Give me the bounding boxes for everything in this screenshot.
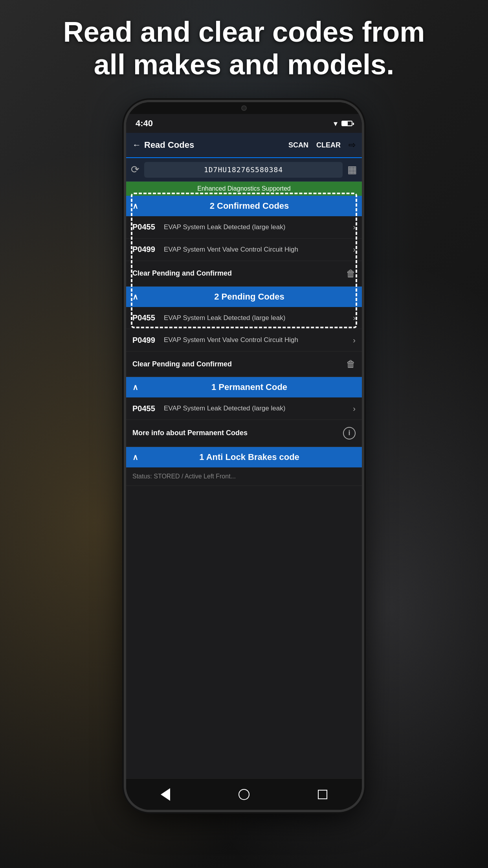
code-desc-p0455-pending: EVAP System Leak Detected (large leak) (164, 313, 350, 323)
recents-square-icon (318, 790, 327, 799)
status-icons: ▾ (334, 119, 352, 128)
pending-codes-header[interactable]: ∧ 2 Pending Codes (126, 287, 362, 307)
code-chevron-p0455-confirmed: › (353, 223, 356, 232)
permanent-code-row-1[interactable]: P0455 EVAP System Leak Detected (large l… (126, 397, 362, 420)
phone-frame: 4:40 ▾ ← Read Codes SCAN CLEAR ⇨ ⟳ (126, 102, 362, 810)
code-chevron-p0455-permanent: › (353, 404, 356, 413)
clear-pending-row[interactable]: Clear Pending and Confirmed 🗑 (126, 351, 362, 377)
abs-chevron-icon: ∧ (132, 452, 138, 462)
permanent-info-row[interactable]: More info about Permanent Codes i (126, 420, 362, 447)
app-header: ← Read Codes SCAN CLEAR ⇨ (126, 133, 362, 158)
confirmed-code-row-1[interactable]: P0455 EVAP System Leak Detected (large l… (126, 216, 362, 239)
abs-partial-text: Status: STORED / Active Left Front... (132, 473, 236, 480)
pending-code-row-1[interactable]: P0455 EVAP System Leak Detected (large l… (126, 307, 362, 329)
code-id-p0455-pending: P0455 (132, 313, 164, 322)
pending-code-row-2[interactable]: P0499 EVAP System Vent Valve Control Cir… (126, 329, 362, 351)
code-desc-p0455-confirmed: EVAP System Leak Detected (large leak) (164, 223, 350, 232)
confirmed-code-row-2[interactable]: P0499 EVAP System Vent Valve Control Cir… (126, 239, 362, 261)
pending-codes-title: 2 Pending Codes (143, 292, 356, 302)
battery-fill (342, 121, 348, 125)
trash-pending-icon[interactable]: 🗑 (346, 359, 356, 370)
clear-confirmed-row[interactable]: Clear Pending and Confirmed 🗑 (126, 261, 362, 287)
permanent-info-label: More info about Permanent Codes (132, 429, 248, 437)
confirmed-codes-title: 2 Confirmed Codes (143, 201, 356, 211)
status-time: 4:40 (136, 118, 153, 129)
abs-code-header[interactable]: ∧ 1 Anti Lock Brakes code (126, 447, 362, 467)
content-area[interactable]: Enhanced Diagnostics Supported ∧ 2 Confi… (126, 182, 362, 778)
phone-camera (241, 105, 247, 111)
abs-partial-row: Status: STORED / Active Left Front... (126, 467, 362, 486)
code-desc-p0499-pending: EVAP System Vent Valve Control Circuit H… (164, 335, 350, 345)
info-circle-icon[interactable]: i (343, 427, 356, 440)
enhanced-diagnostics-banner: Enhanced Diagnostics Supported (126, 182, 362, 196)
home-circle-icon (238, 789, 250, 800)
header-actions: SCAN CLEAR ⇨ (288, 140, 356, 150)
back-arrow-icon: ← (132, 140, 141, 150)
code-chevron-p0455-pending: › (353, 313, 356, 322)
battery-icon (341, 121, 352, 126)
nav-recents-button[interactable] (313, 785, 332, 804)
confirmed-chevron-icon: ∧ (132, 201, 138, 211)
headline-line2: all makes and models. (24, 48, 464, 81)
permanent-code-title: 1 Permanent Code (143, 382, 356, 392)
vin-field[interactable]: 1D7HU18276S580384 (144, 162, 343, 178)
vin-bar: ⟳ 1D7HU18276S580384 ▦ (126, 158, 362, 182)
phone-screen: 4:40 ▾ ← Read Codes SCAN CLEAR ⇨ ⟳ (126, 114, 362, 778)
permanent-chevron-icon: ∧ (132, 383, 138, 392)
share-icon[interactable]: ⇨ (349, 140, 356, 150)
code-desc-p0499-confirmed: EVAP System Vent Valve Control Circuit H… (164, 245, 350, 254)
scan-button[interactable]: SCAN (288, 141, 308, 149)
confirmed-codes-header[interactable]: ∧ 2 Confirmed Codes (126, 196, 362, 216)
code-id-p0455-permanent: P0455 (132, 404, 164, 413)
phone-navigation (126, 778, 362, 810)
nav-back-button[interactable] (156, 785, 175, 804)
header-title: Read Codes (144, 140, 194, 150)
headline-line1: Read and clear codes from (24, 16, 464, 48)
phone-top-bar (126, 102, 362, 114)
vin-number: 1D7HU18276S580384 (204, 166, 283, 174)
pending-chevron-icon: ∧ (132, 292, 138, 302)
clear-confirmed-label: Clear Pending and Confirmed (132, 269, 232, 278)
history-icon[interactable]: ⟳ (131, 164, 139, 176)
code-chevron-p0499-pending: › (353, 336, 356, 345)
code-id-p0499-pending: P0499 (132, 336, 164, 345)
code-desc-p0455-permanent: EVAP System Leak Detected (large leak) (164, 404, 350, 413)
clear-button[interactable]: CLEAR (316, 141, 341, 149)
trash-confirmed-icon[interactable]: 🗑 (346, 268, 356, 279)
nav-home-button[interactable] (234, 785, 254, 804)
enhanced-text: Enhanced Diagnostics Supported (197, 185, 291, 192)
back-button[interactable]: ← Read Codes (132, 140, 288, 150)
code-chevron-p0499-confirmed: › (353, 245, 356, 254)
permanent-code-header[interactable]: ∧ 1 Permanent Code (126, 377, 362, 397)
clear-pending-label: Clear Pending and Confirmed (132, 360, 232, 368)
back-triangle-icon (161, 788, 170, 801)
barcode-icon[interactable]: ▦ (347, 164, 357, 176)
code-id-p0499-confirmed: P0499 (132, 245, 164, 254)
status-bar: 4:40 ▾ (126, 114, 362, 133)
abs-code-title: 1 Anti Lock Brakes code (143, 452, 356, 462)
code-id-p0455-confirmed: P0455 (132, 223, 164, 232)
wifi-icon: ▾ (334, 119, 338, 128)
headline: Read and clear codes from all makes and … (0, 16, 488, 81)
